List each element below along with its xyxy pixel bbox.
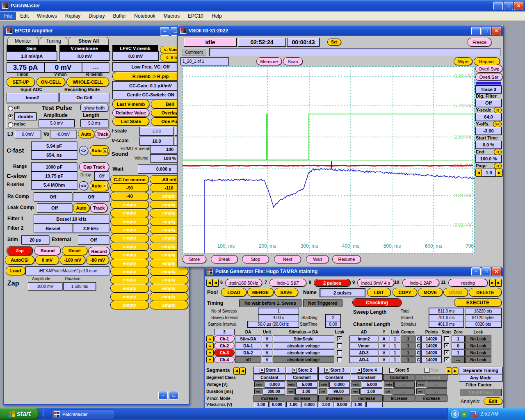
pool-save-button[interactable]: SAVE [274, 288, 298, 297]
store-checkbox[interactable] [442, 336, 451, 342]
lj-value[interactable]: 0.0mV [15, 130, 41, 138]
lfvc-value[interactable]: 0.0 mV [112, 51, 159, 61]
load-button[interactable]: Load [6, 266, 25, 275]
link-cell[interactable]: 1 [390, 336, 400, 342]
pool-merge-button[interactable]: MERGE [247, 288, 274, 297]
protocol-button[interactable]: empty [110, 234, 149, 242]
test-pulse-amplitude[interactable]: 5.0 mV [39, 119, 75, 127]
start-time-value[interactable]: 0.0 % [475, 141, 502, 149]
duration-cell[interactable]: val1.00 [286, 388, 318, 395]
protocol-button[interactable]: empty [150, 276, 188, 284]
protocol-button[interactable]: empty [110, 259, 149, 267]
page-reset-button[interactable]: R [494, 163, 502, 169]
menu-buffer[interactable]: Buffer [109, 12, 130, 20]
menu-display[interactable]: Display [84, 12, 109, 20]
link-cell[interactable]: 1 [390, 349, 400, 356]
overlay-sweep-button[interactable]: Overl.Swp [475, 65, 502, 73]
epc10-minimize-button[interactable]: – [160, 27, 169, 36]
leakcomp-auto-button[interactable]: Auto [73, 203, 89, 212]
external-value[interactable]: Off [78, 235, 109, 244]
protocol-button[interactable]: empty [150, 284, 188, 292]
leak-mode-cell[interactable]: No Leak [465, 349, 491, 356]
vfact-cell[interactable]: 1.000.000 [253, 402, 285, 407]
on-cell-button[interactable]: ON-CELL [37, 78, 65, 87]
vmembrane-value[interactable]: 0.0 mV [59, 51, 110, 61]
link-cell[interactable]: 1 [390, 342, 400, 349]
vo-value[interactable]: -0.0mV [50, 130, 76, 138]
menu-replay[interactable]: Replay [61, 12, 84, 20]
vfact-cell[interactable]: 1.00 [351, 402, 383, 407]
protocol-scroll-right-button[interactable]: ▶ [489, 279, 495, 287]
vsdii-maximize-button[interactable]: □ [482, 27, 491, 35]
start-button[interactable]: start [0, 408, 39, 420]
break-button[interactable]: Break [211, 255, 238, 263]
sound-button[interactable]: Sound [34, 246, 61, 255]
da-cell[interactable]: Stim-DA [235, 336, 261, 342]
cslow-value[interactable]: 19.75 pF [31, 171, 77, 180]
unit-cell[interactable]: V [262, 356, 272, 363]
segment-store-checkbox[interactable]: Store 4 [351, 367, 383, 374]
cfast-auto-button[interactable]: Auto E [90, 145, 109, 156]
main-titlebar[interactable]: PatchMaster – □ ✕ [0, 0, 525, 11]
rscomp-value1[interactable]: Off [34, 192, 72, 201]
protocol-button[interactable]: -90 [110, 183, 149, 192]
page-prev-button[interactable]: ◀ [475, 169, 482, 177]
set-button[interactable]: Set [327, 39, 341, 46]
da-cell[interactable]: DA-1 [235, 342, 261, 349]
protocol-button[interactable]: empty [150, 292, 188, 301]
channel-button[interactable]: Ch-3 [214, 349, 235, 356]
zap-button[interactable]: Zap [7, 246, 33, 255]
cfast-nudge-button[interactable]: <> [79, 146, 88, 155]
menu-epc10[interactable]: EPC10 [184, 12, 208, 20]
list-button[interactable]: LIST [367, 288, 391, 297]
separate-timing-button[interactable]: Separate Timing [459, 367, 502, 374]
minimize-button[interactable]: – [493, 2, 503, 10]
show-both-button[interactable]: show both [80, 104, 108, 112]
input-adc-value[interactable]: Imon2 [7, 93, 58, 102]
close-button[interactable]: ✕ [514, 2, 523, 10]
voltage-cell[interactable]: valu5.000 [351, 381, 383, 388]
lj-track-button[interactable]: Track [95, 130, 110, 138]
list-state-button[interactable]: List State [112, 117, 149, 126]
protocol-button[interactable]: empty [110, 267, 149, 276]
tab-show-all[interactable]: Show All [68, 37, 109, 45]
zero-cell[interactable]: 1 [452, 349, 465, 356]
duration-cell[interactable]: val99.00 [318, 388, 350, 395]
y-unit-cell[interactable]: A [379, 336, 389, 342]
segment-class-cell[interactable]: Constant [318, 374, 350, 381]
range-value[interactable]: 1000 pF [31, 162, 77, 171]
menu-windows[interactable]: Windows [33, 12, 61, 20]
segment-class-cell[interactable]: Constant [286, 374, 318, 381]
vincr-mode-cell[interactable]: Increase [318, 395, 350, 402]
store-checkbox[interactable] [442, 349, 451, 356]
protocol-button[interactable]: empty [110, 292, 149, 301]
channel-button[interactable]: Ch-2 [214, 342, 235, 349]
analysis-edit-button[interactable]: Edit [484, 397, 502, 405]
vincr-mode-cell[interactable]: Increase [253, 395, 285, 402]
execute-button[interactable]: EXECUTE [454, 298, 502, 307]
leak-mode-cell[interactable]: No Leak [465, 336, 491, 342]
yscale-reset-button[interactable]: R [494, 107, 502, 113]
segment-store-checkbox[interactable]: Stor [415, 367, 447, 374]
maximize-button[interactable]: □ [504, 2, 513, 10]
voltage-cell[interactable]: valu0.000 [253, 381, 285, 388]
lj-auto-button[interactable]: Auto [78, 130, 94, 138]
zero-cell[interactable]: --- [452, 356, 465, 363]
stimulus-mode-cell[interactable]: absolute voltage [273, 342, 334, 349]
oscilloscope-display[interactable]: 8.99 VV5.79 VV2.59 VV-3.81 VV-7.01 VV-61… [183, 66, 475, 253]
segment-class-cell[interactable]: Constant [351, 374, 383, 381]
protocol-scroll-left-button[interactable]: ◀ [206, 279, 212, 287]
trace-select-button[interactable]: Trace 3 [475, 85, 502, 94]
vfact-cell[interactable]: 1.000.000 [318, 402, 350, 407]
cap-track-button[interactable]: Cap Track [79, 162, 109, 171]
scan-button[interactable]: Scan [283, 57, 303, 65]
menu-help[interactable]: Help [208, 12, 226, 20]
copy-button[interactable]: COPY [393, 288, 417, 297]
rseries-nudge-button[interactable]: <> [79, 181, 88, 190]
starttime-value[interactable]: 0.00 [325, 321, 341, 328]
stimulus-mode-cell[interactable]: absolute voltage [273, 349, 334, 356]
end-value[interactable]: 100.0 % [475, 155, 502, 163]
vincr-mode-cell[interactable]: Increase [351, 395, 383, 402]
holding-0mv-button[interactable]: 0 mV [35, 256, 59, 265]
channel-count-field[interactable]: 3 [214, 329, 235, 335]
